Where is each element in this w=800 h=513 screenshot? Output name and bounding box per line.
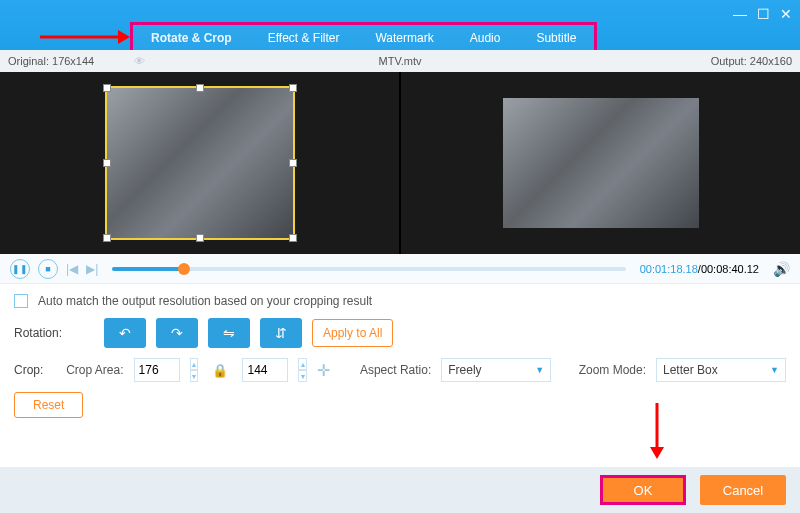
crop-handle[interactable] bbox=[289, 159, 297, 167]
ok-button[interactable]: OK bbox=[600, 475, 686, 505]
aspect-ratio-label: Aspect Ratio: bbox=[360, 363, 431, 377]
tab-rotate-crop[interactable]: Rotate & Crop bbox=[133, 25, 250, 51]
maximize-button[interactable]: ☐ bbox=[757, 6, 770, 22]
flip-horizontal-button[interactable]: ⇋ bbox=[208, 318, 250, 348]
anchor-icon[interactable]: ✛ bbox=[317, 358, 330, 382]
seek-knob[interactable] bbox=[178, 263, 190, 275]
tab-audio[interactable]: Audio bbox=[452, 25, 519, 51]
eye-icon[interactable]: 👁 bbox=[134, 55, 145, 67]
seek-track[interactable] bbox=[112, 267, 625, 271]
volume-icon[interactable]: 🔊 bbox=[773, 261, 790, 277]
crop-width-spinner[interactable]: ▲▼ bbox=[190, 358, 199, 382]
output-pane bbox=[399, 72, 800, 254]
crop-handle[interactable] bbox=[196, 84, 204, 92]
apply-to-all-button[interactable]: Apply to All bbox=[312, 319, 393, 347]
rotation-label: Rotation: bbox=[14, 326, 94, 340]
cancel-button[interactable]: Cancel bbox=[700, 475, 786, 505]
aspect-ratio-select[interactable]: Freely bbox=[441, 358, 551, 382]
lock-icon[interactable]: 🔒 bbox=[208, 363, 232, 378]
minimize-button[interactable]: — bbox=[733, 6, 747, 22]
pause-button[interactable]: ❚❚ bbox=[10, 259, 30, 279]
crop-handle[interactable] bbox=[103, 159, 111, 167]
original-size-label: Original: 176x144 bbox=[8, 55, 94, 67]
auto-match-label: Auto match the output resolution based o… bbox=[38, 294, 372, 308]
zoom-mode-select[interactable]: Letter Box bbox=[656, 358, 786, 382]
stop-button[interactable]: ■ bbox=[38, 259, 58, 279]
next-button[interactable]: ▶| bbox=[86, 262, 98, 276]
zoom-mode-label: Zoom Mode: bbox=[579, 363, 646, 377]
reset-button[interactable]: Reset bbox=[14, 392, 83, 418]
flip-vertical-button[interactable]: ⇵ bbox=[260, 318, 302, 348]
source-pane[interactable] bbox=[0, 72, 399, 254]
crop-height-input[interactable] bbox=[242, 358, 288, 382]
crop-handle[interactable] bbox=[103, 84, 111, 92]
file-title: MTV.mtv bbox=[379, 55, 422, 67]
preview-area bbox=[0, 72, 800, 254]
svg-marker-3 bbox=[650, 447, 664, 459]
auto-match-checkbox[interactable] bbox=[14, 294, 28, 308]
prev-button[interactable]: |◀ bbox=[66, 262, 78, 276]
crop-label: Crop: bbox=[14, 363, 56, 377]
crop-handle[interactable] bbox=[289, 234, 297, 242]
crop-handle[interactable] bbox=[103, 234, 111, 242]
crop-area-label: Crop Area: bbox=[66, 363, 123, 377]
crop-width-input[interactable] bbox=[134, 358, 180, 382]
ok-arrow-annotation bbox=[650, 403, 664, 463]
close-button[interactable]: ✕ bbox=[780, 6, 792, 22]
rotate-left-button[interactable]: ↶ bbox=[104, 318, 146, 348]
output-size-label: Output: 240x160 bbox=[711, 55, 792, 67]
tab-effect-filter[interactable]: Effect & Filter bbox=[250, 25, 358, 51]
tab-watermark[interactable]: Watermark bbox=[357, 25, 451, 51]
seek-progress bbox=[112, 267, 184, 271]
svg-marker-1 bbox=[118, 30, 130, 44]
tab-subtitle[interactable]: Subtitle bbox=[518, 25, 594, 51]
crop-height-spinner[interactable]: ▲▼ bbox=[298, 358, 307, 382]
tabs-arrow-annotation bbox=[40, 30, 130, 44]
crop-handle[interactable] bbox=[196, 234, 204, 242]
crop-frame[interactable] bbox=[107, 88, 293, 238]
time-display: 00:01:18.18/00:08:40.12 bbox=[640, 263, 759, 275]
output-thumb bbox=[503, 98, 699, 228]
crop-handle[interactable] bbox=[289, 84, 297, 92]
rotate-right-button[interactable]: ↷ bbox=[156, 318, 198, 348]
